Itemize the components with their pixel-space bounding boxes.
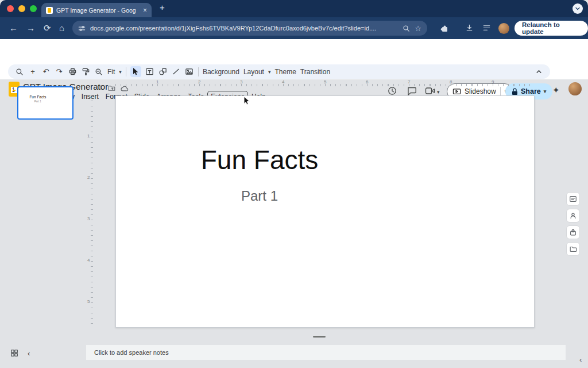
mouse-cursor [243,96,250,108]
side-panel-collapse-icon[interactable]: ‹ [579,355,582,364]
divider [126,67,126,76]
redo-button[interactable]: ↷ [55,67,64,76]
gemini-sparkle-icon[interactable]: ✦ [552,85,560,95]
side-rail-contacts-button[interactable] [566,209,580,223]
contact-icon [569,212,577,220]
collapse-toolbar-icon[interactable] [534,67,543,76]
ruler-label: 7 [408,79,410,85]
chevron-down-icon [575,6,581,12]
download-icon[interactable] [465,24,474,32]
divider [500,87,501,96]
collapse-filmstrip-icon[interactable]: ‹ [28,349,30,358]
search-icon[interactable] [403,25,410,32]
tab-close-icon[interactable]: × [143,7,147,14]
account-avatar[interactable] [568,82,582,95]
window-zoom-button[interactable] [30,5,37,12]
layout-button[interactable]: Layout [243,68,264,76]
ruler-label: 1 [87,133,90,139]
text-box-tool-icon[interactable] [145,67,154,76]
slides-header: GPT Image Generator ☆ File Edit View Ins… [0,39,588,63]
url-text: docs.google.com/presentation/d/1jXigFshs… [90,25,398,32]
window-minimize-button[interactable] [18,5,25,12]
undo-button[interactable]: ↶ [41,67,51,76]
background-button[interactable]: Background [203,68,239,76]
line-tool-icon[interactable] [172,67,181,76]
side-rail-folder-button[interactable] [566,242,580,256]
insert-image-icon[interactable] [185,67,194,76]
slide-subtitle-textbox[interactable]: Part 1 [116,188,403,204]
chevron-down-icon[interactable]: ▾ [437,89,440,95]
bookmark-star-icon[interactable]: ☆ [415,24,421,33]
new-slide-button[interactable]: + [28,67,37,76]
speaker-notes-placeholder: Click to add speaker notes [94,349,169,356]
browser-profile-avatar[interactable] [498,23,509,34]
relaunch-button[interactable]: Relaunch to update [514,21,588,36]
slideshow-label: Slideshow [465,87,496,95]
ruler-label: 6 [366,79,368,85]
vertical-ruler: 1 2 3 4 5 [86,95,94,328]
ruler-label: 2 [87,175,90,180]
transition-button[interactable]: Transition [300,68,330,76]
horizontal-ruler: 1 2 3 4 5 6 7 8 9 [115,79,535,87]
folder-icon [569,245,577,253]
share-label: Share [521,87,541,95]
extensions-puzzle-icon[interactable] [440,24,449,33]
back-button[interactable]: ← [9,22,18,34]
toolbar: + ↶ ↷ Fit ▾ [8,64,550,79]
side-rail-export-button[interactable] [566,225,580,239]
shape-tool-icon[interactable] [158,67,168,76]
ruler-label: 9 [492,79,494,85]
home-button[interactable]: ⌂ [59,22,64,34]
side-rail-card-button[interactable] [566,192,580,206]
reading-list-icon[interactable] [482,24,491,32]
search-menus-icon[interactable] [15,67,24,76]
slide-thumbnail[interactable]: Fun Facts Part 1 [17,86,74,120]
url-bar[interactable]: docs.google.com/presentation/d/1jXigFshs… [72,21,427,36]
zoom-dropdown-icon[interactable]: ▾ [119,69,122,75]
toolbar-row: + ↶ ↷ Fit ▾ [0,63,588,79]
ruler-label: 3 [240,79,242,85]
site-settings-icon[interactable] [78,25,86,32]
slides-favicon-icon [46,7,53,14]
ruler-label: 3 [87,216,90,221]
theme-button[interactable]: Theme [274,68,296,76]
divider [198,67,199,76]
forward-button[interactable]: → [26,22,35,34]
browser-window: GPT Image Generator - Goog × + ← → ⟳ ⌂ d… [0,0,588,368]
notes-resize-handle[interactable] [313,336,326,338]
grid-view-icon[interactable] [10,349,18,357]
version-history-icon[interactable] [387,86,397,96]
tab-title: GPT Image Generator - Goog [56,7,140,14]
new-tab-button[interactable]: + [160,2,165,12]
ruler-label: 5 [324,79,326,85]
select-tool[interactable] [130,66,141,77]
zoom-select[interactable]: Fit [107,68,115,76]
browser-tab[interactable]: GPT Image Generator - Goog × [41,3,152,17]
ruler-label: 4 [87,258,90,263]
browser-address-bar: ← → ⟳ ⌂ docs.google.com/presentation/d/1… [0,17,588,39]
zoom-icon[interactable] [94,67,103,76]
star-document-icon[interactable]: ☆ [96,83,103,91]
speaker-notes-bar[interactable]: Click to add speaker notes [86,345,566,360]
ruler-label: 1 [156,79,158,85]
meet-camera-icon[interactable] [425,87,435,95]
cursor-tool-icon [132,67,140,76]
tab-search-button[interactable] [572,3,583,14]
comment-icon[interactable] [407,86,417,96]
slide-canvas: Fun Facts Part 1 [115,95,535,328]
ruler-label: 8 [450,79,452,85]
paint-format-icon[interactable] [81,67,90,76]
slide-title-textbox[interactable]: Fun Facts [116,144,403,175]
share-dropdown-icon[interactable]: ▾ [544,89,547,94]
browser-tab-strip: GPT Image Generator - Goog × + [0,0,588,17]
layout-dropdown-icon[interactable]: ▾ [268,69,271,75]
thumbnail-title: Fun Facts [18,95,57,99]
thumbnail-subtitle: Part 1 [18,100,57,103]
present-icon [452,88,461,95]
print-icon[interactable] [68,67,77,76]
lock-icon [512,88,518,95]
card-icon [569,195,577,203]
window-close-button[interactable] [7,5,14,12]
reload-button[interactable]: ⟳ [44,22,51,34]
window-controls [7,5,37,12]
